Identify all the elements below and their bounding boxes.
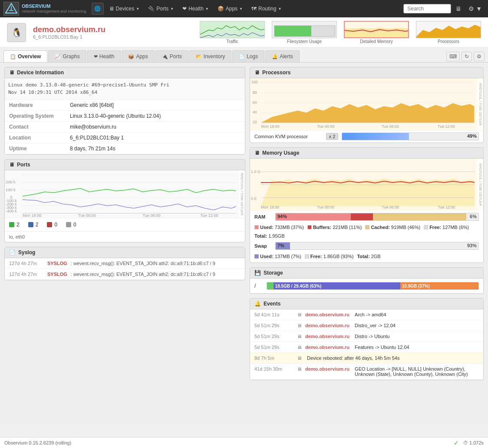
- syslog-time-1: 127d 4h 27m: [9, 261, 44, 266]
- ram-details: Used: 733MB (37%) Buffers: 221MB (11%) C…: [250, 223, 483, 242]
- processors-card: 🖥 Processors 100 80 60 40 20: [250, 67, 484, 143]
- tab-apps[interactable]: 📦 Apps: [122, 50, 154, 62]
- event-host-1[interactable]: demo.observium.ru: [305, 312, 350, 317]
- event-row-4: 5d 51m 29s 🖥 demo.observium.ru Features …: [250, 342, 483, 353]
- svg-text:Tue 06:00: Tue 06:00: [382, 124, 399, 129]
- nav-apps[interactable]: 📦 Apps ▼: [214, 2, 246, 16]
- svg-text:40: 40: [253, 110, 257, 114]
- storage-used-label: 18.5GB / 29.4GB (63%): [274, 284, 323, 289]
- filesystem-label: Filesystem Usage: [272, 39, 337, 44]
- svg-text:Mon 18:00: Mon 18:00: [261, 205, 279, 209]
- tab-refresh-btn[interactable]: ↻: [462, 52, 472, 61]
- table-row: Operating System Linux 3.13.0-40-generic…: [5, 111, 245, 122]
- inventory-tab-icon: 📂: [196, 54, 202, 60]
- chevron-icon: ▼: [239, 7, 243, 11]
- tab-health[interactable]: ❤ Health: [87, 50, 121, 62]
- used-dot: [254, 225, 259, 229]
- location-value: 6_6:PLD2BLC01:Bay 1: [66, 133, 245, 143]
- settings-button[interactable]: ⚙ ▼: [466, 3, 485, 14]
- ports-down-count: 2: [36, 222, 39, 228]
- tab-ports[interactable]: 🔌 Ports: [155, 50, 188, 62]
- event-host-2[interactable]: demo.observium.ru: [305, 323, 350, 328]
- memory-chart-thumb[interactable]: Detailed Memory: [344, 21, 409, 44]
- event-msg-5: Device rebooted: after 46 days, 14h 5m 5…: [307, 355, 399, 361]
- event-time-3: 5d 51m 29s: [254, 334, 293, 339]
- ram-cached-bar: [373, 213, 466, 220]
- ram-free-pct: 6%: [470, 214, 477, 219]
- tab-keyboard-btn[interactable]: ⌨: [446, 52, 460, 61]
- apps-icon: 📦: [218, 6, 224, 12]
- svg-rect-4: [274, 26, 311, 37]
- event-time-6: 41d 15h 30m: [254, 366, 293, 372]
- traffic-chart-thumb[interactable]: Traffic: [200, 21, 265, 44]
- ram-free-detail: Free: 127MB (6%): [424, 225, 469, 230]
- svg-marker-36: [261, 103, 475, 123]
- device-os-icon: 🐧: [7, 23, 26, 42]
- processors-chart-thumb[interactable]: Processors: [416, 21, 481, 44]
- storage-extra-label: 10.9GB (37%): [400, 284, 432, 289]
- nav-health[interactable]: ❤ Health ▼: [179, 2, 212, 16]
- ram-buf-detail: Buffers: 221MB (11%): [307, 225, 362, 230]
- event-device-icon-4: 🖥: [297, 345, 302, 350]
- swap-row: Swap 7% 93%: [250, 242, 483, 252]
- buf-dot: [307, 225, 312, 229]
- swap-bar: 7% 93%: [275, 242, 479, 250]
- contact-value: mike@observium.ru: [66, 122, 245, 133]
- ports-ignore-count: 0: [73, 222, 76, 228]
- svg-text:Tue 12:00: Tue 12:00: [438, 124, 455, 129]
- device-info-header: 🖥 Device Information: [5, 67, 245, 78]
- screen-button[interactable]: 🖥: [453, 3, 464, 14]
- ports-stats: 2 2 0 0: [5, 218, 245, 232]
- tab-settings-btn[interactable]: ⚙: [474, 52, 485, 61]
- nav-routing[interactable]: 🗺 Routing ▼: [248, 2, 285, 16]
- syslog-source-1[interactable]: SYSLOG: [47, 261, 67, 266]
- processors-icon: 🖥: [254, 70, 260, 76]
- event-device-icon-6: 🖥: [297, 366, 302, 372]
- filesystem-chart-thumb[interactable]: Filesystem Usage: [272, 21, 337, 44]
- ports-up-count: 2: [16, 222, 20, 228]
- ram-used-pct: 94%: [277, 214, 287, 219]
- tab-logs[interactable]: 📄 Logs: [232, 50, 264, 62]
- search-input[interactable]: [403, 4, 451, 13]
- graphs-tab-icon: 📈: [55, 54, 61, 60]
- chevron-icon: ▼: [136, 7, 139, 11]
- event-device-icon-5: 🖥: [297, 355, 302, 361]
- port-stat-1: 2: [9, 222, 20, 228]
- event-host-4[interactable]: demo.observium.ru: [305, 345, 350, 350]
- alerts-tab-icon: 🔔: [272, 54, 278, 60]
- device-hostname[interactable]: demo.observium.ru: [33, 25, 106, 34]
- device-info-card: 🖥 Device Information Linux demo 3.13.0-4…: [4, 67, 245, 155]
- nav-devices[interactable]: 🖥 Devices ▼: [106, 2, 143, 16]
- storage-header: 💾 Storage: [250, 268, 483, 279]
- storage-icon: 💾: [254, 270, 261, 276]
- table-row: Uptime 8 days, 7h 21m 14s: [5, 143, 245, 154]
- svg-marker-6: [345, 27, 409, 38]
- events-card: 🔔 Events 5d 41m 11s 🖥 demo.observium.ru …: [250, 298, 484, 380]
- ports-icon: 🔌: [148, 6, 155, 12]
- navbar: OBSERVIUM network management and monitor…: [0, 0, 488, 17]
- event-time-1: 5d 41m 11s: [254, 312, 293, 317]
- device-info-icon: 🖥: [9, 70, 14, 76]
- red-dot: [47, 222, 52, 227]
- processor-pct: 49%: [467, 133, 477, 139]
- uptime-value: 8 days, 7h 21m 14s: [66, 143, 245, 154]
- ports-card-icon: 🖥: [9, 162, 14, 168]
- storage-used-bar: 18.5GB / 29.4GB (63%): [274, 282, 400, 289]
- event-host-3[interactable]: demo.observium.ru: [305, 334, 350, 339]
- ports-card: 🖥 Ports 200 k 100 k 0 -100 k -: [4, 159, 245, 242]
- tab-inventory[interactable]: 📂 Inventory: [189, 50, 231, 62]
- uptime-label: Uptime: [5, 143, 66, 154]
- tab-overview[interactable]: 📋 Overview: [3, 50, 47, 62]
- event-host-6[interactable]: demo.observium.ru: [305, 366, 350, 372]
- tab-graphs[interactable]: 📈 Graphs: [48, 50, 86, 62]
- svg-text:100 k: 100 k: [6, 188, 16, 192]
- tab-alerts[interactable]: 🔔 Alerts: [265, 50, 300, 62]
- nav-ports[interactable]: 🔌 Ports ▼: [145, 2, 177, 16]
- syslog-source-2[interactable]: SYSLOG: [47, 272, 67, 277]
- cached-dot: [365, 225, 369, 229]
- event-device-icon-2: 🖥: [297, 323, 302, 328]
- ram-label: RAM: [254, 214, 272, 219]
- table-row: Contact mike@observium.ru: [5, 122, 245, 133]
- globe-icon[interactable]: 🌐: [92, 3, 104, 15]
- svg-text:Tue 12:00: Tue 12:00: [201, 213, 218, 218]
